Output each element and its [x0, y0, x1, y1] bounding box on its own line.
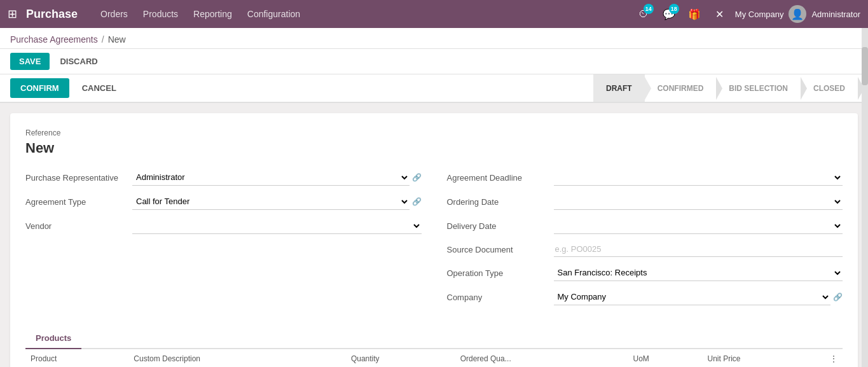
activity-badge: 14 [644, 4, 654, 14]
delivery-date-label: Delivery Date [447, 221, 549, 231]
top-navbar: ⊞ Purchase Orders Products Reporting Con… [0, 0, 868, 28]
field-company: Company My Company 🔗 [447, 289, 843, 305]
action-bar: SAVE DISCARD [0, 49, 868, 74]
reference-label: Reference [25, 128, 843, 137]
col-header-unit-price: Unit Price [702, 349, 825, 367]
field-agreement-type: Agreement Type Call for Tender 🔗 [25, 193, 422, 210]
agreement-type-extlink-icon[interactable]: 🔗 [412, 197, 422, 206]
purchase-rep-extlink-icon[interactable]: 🔗 [412, 173, 422, 182]
status-step-draft[interactable]: DRAFT [593, 74, 645, 102]
status-steps: DRAFT CONFIRMED BID SELECTION CLOSED [593, 74, 858, 102]
save-button[interactable]: SAVE [10, 53, 50, 70]
operation-type-select[interactable]: San Francisco: Receipts [554, 265, 843, 281]
agreement-deadline-select[interactable] [554, 169, 843, 186]
source-document-field[interactable] [554, 242, 843, 257]
ordering-date-input [554, 193, 843, 210]
field-purchase-rep: Purchase Representative Administrator 🔗 [25, 169, 422, 186]
agreement-deadline-label: Agreement Deadline [447, 173, 549, 183]
form-card: Reference New Purchase Representative Ad… [10, 113, 858, 367]
nav-links: Orders Products Reporting Configuration [94, 6, 627, 22]
close-icon[interactable]: ✕ [710, 4, 730, 24]
col-header-product: Product [25, 349, 128, 367]
col-header-ordered-qty: Ordered Qua... [455, 349, 628, 367]
purchase-rep-input: Administrator 🔗 [132, 169, 422, 186]
agreement-type-label: Agreement Type [25, 197, 127, 207]
confirm-button[interactable]: CONFIRM [10, 78, 69, 98]
nav-right: ⏲ 14 💬 18 🎁 ✕ My Company 👤 Administrator [633, 4, 860, 24]
agreement-type-select[interactable]: Call for Tender [132, 193, 410, 210]
agreement-deadline-input [554, 169, 843, 186]
status-step-bid-selection[interactable]: BID SELECTION [716, 74, 801, 102]
messages-icon[interactable]: 💬 18 [659, 4, 679, 24]
col-header-options: ⋮ [825, 349, 843, 367]
gift-icon[interactable]: 🎁 [684, 4, 705, 24]
col-header-quantity: Quantity [346, 349, 455, 367]
avatar[interactable]: 👤 [789, 5, 806, 23]
company-label: Company [447, 293, 549, 302]
activity-icon[interactable]: ⏲ 14 [633, 4, 654, 24]
products-table: Product Custom Description Quantity Orde… [25, 349, 843, 367]
ordering-date-select[interactable] [554, 193, 843, 210]
breadcrumb-parent[interactable]: Purchase Agreements [10, 34, 98, 45]
breadcrumb-current: New [108, 34, 126, 45]
ordering-date-label: Ordering Date [447, 197, 549, 207]
form-fields: Purchase Representative Administrator 🔗 … [25, 169, 843, 313]
field-source-document: Source Document [447, 242, 843, 257]
status-step-confirmed[interactable]: CONFIRMED [645, 74, 717, 102]
apps-grid-icon[interactable]: ⊞ [8, 7, 17, 21]
reference-value: New [25, 140, 843, 156]
nav-products[interactable]: Products [137, 6, 184, 22]
company-extlink-icon[interactable]: 🔗 [833, 293, 843, 301]
company-select[interactable]: My Company [554, 289, 831, 305]
tab-products[interactable]: Products [25, 328, 81, 349]
discard-button[interactable]: DISCARD [55, 53, 102, 70]
vendor-label: Vendor [25, 221, 127, 231]
purchase-rep-label: Purchase Representative [25, 173, 127, 183]
field-ordering-date: Ordering Date [447, 193, 843, 210]
app-name: Purchase [26, 8, 78, 21]
breadcrumb-separator: / [102, 34, 104, 45]
vendor-select[interactable] [132, 218, 422, 234]
operation-type-label: Operation Type [447, 268, 549, 278]
cancel-button[interactable]: CANCEL [74, 78, 124, 98]
form-left: Purchase Representative Administrator 🔗 … [25, 169, 422, 313]
vendor-input [132, 218, 422, 234]
tabs-bar: Products [25, 328, 843, 349]
company-name: My Company [735, 10, 784, 19]
nav-orders[interactable]: Orders [94, 6, 134, 22]
operation-type-input: San Francisco: Receipts [554, 265, 843, 281]
field-agreement-deadline: Agreement Deadline [447, 169, 843, 186]
nav-reporting[interactable]: Reporting [187, 6, 238, 22]
col-header-uom: UoM [628, 349, 702, 367]
company-section[interactable]: My Company [735, 10, 784, 19]
breadcrumb: Purchase Agreements / New [0, 28, 868, 49]
nav-configuration[interactable]: Configuration [241, 6, 307, 22]
field-operation-type: Operation Type San Francisco: Receipts [447, 265, 843, 281]
field-delivery-date: Delivery Date [447, 218, 843, 234]
status-bar: CONFIRM CANCEL DRAFT CONFIRMED BID SELEC… [0, 74, 868, 103]
user-name: Administrator [811, 10, 860, 19]
source-document-label: Source Document [447, 245, 549, 254]
delivery-date-select[interactable] [554, 218, 843, 234]
status-step-closed[interactable]: CLOSED [801, 74, 858, 102]
source-document-input [554, 242, 843, 257]
main-content: Reference New Purchase Representative Ad… [0, 103, 868, 367]
purchase-rep-select[interactable]: Administrator [132, 169, 410, 186]
col-header-custom-desc: Custom Description [128, 349, 346, 367]
delivery-date-input [554, 218, 843, 234]
agreement-type-input: Call for Tender 🔗 [132, 193, 422, 210]
field-vendor: Vendor [25, 218, 422, 234]
company-input: My Company 🔗 [554, 289, 843, 305]
form-right: Agreement Deadline Ordering Date [447, 169, 843, 313]
messages-badge: 18 [669, 4, 679, 14]
